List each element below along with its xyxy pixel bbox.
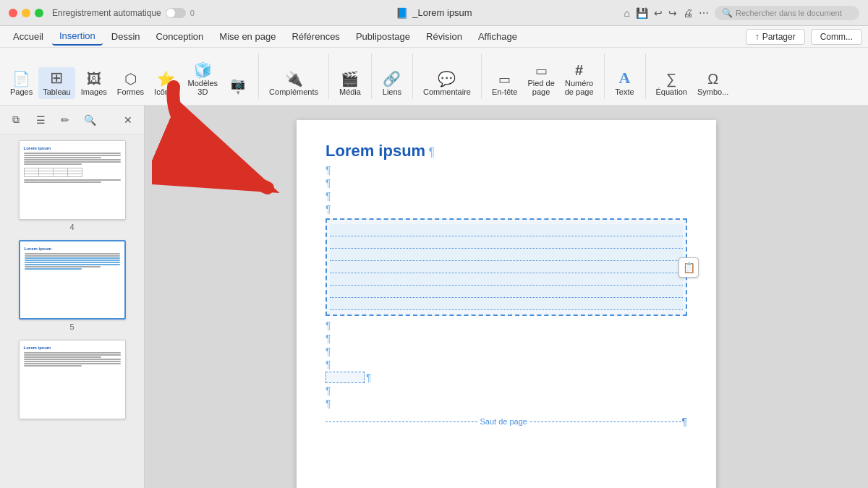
formes-icon: ⬡ (124, 72, 137, 86)
sidebar-copy-btn[interactable]: ⧉ (6, 110, 26, 130)
thumb-line (24, 163, 82, 165)
thumb-line (24, 361, 121, 362)
icones-icon: ⭐ (157, 72, 175, 86)
thumb-title-6: Lorem ipsum (24, 345, 121, 351)
ribbon-group-pages: 📄 Pages ⊞ Tableau 🖼 Images ⬡ Formes ⭐ Ic… (6, 51, 252, 102)
ribbon-sep-5 (481, 53, 482, 99)
ribbon-btn-texte[interactable]: A Texte (610, 67, 639, 99)
table-cell (24, 174, 38, 177)
save-icon[interactable]: 💾 (636, 7, 648, 19)
ribbon-btn-numero-de-page[interactable]: # Numérode page (561, 60, 598, 99)
ribbon-btn-pages[interactable]: 📄 Pages (6, 69, 37, 99)
menubar: Accueil Insertion Dessin Conception Mise… (0, 26, 868, 48)
thumb-line (25, 255, 120, 257)
empty-line-9: ¶ (326, 384, 687, 397)
ribbon-btn-images[interactable]: 🖼 Images (77, 69, 111, 99)
thumb-line (24, 365, 82, 367)
window-title: 📘 _Lorem ipsum (396, 7, 472, 19)
en-tete-icon: ▭ (498, 73, 511, 86)
complements-icon: 🔌 (285, 72, 303, 86)
document-title: _Lorem ipsum (412, 7, 472, 18)
menu-publipostage[interactable]: Publipostage (349, 28, 417, 45)
menu-revision[interactable]: Révision (419, 28, 469, 45)
doc-area[interactable]: Lorem ipsum ¶ ¶ ¶ ¶ ¶ (145, 106, 868, 488)
ribbon-btn-complements[interactable]: 🔌 Compléments (265, 69, 323, 99)
ribbon-btn-formes[interactable]: ⬡ Formes (113, 69, 148, 99)
paste-button[interactable]: 📋 (678, 257, 699, 278)
media-label: Média (339, 87, 361, 96)
page-break-line: Saut de page ¶ (326, 416, 687, 427)
thumb-line (24, 157, 101, 158)
search-bar[interactable]: 🔍 Rechercher dans le document (715, 6, 859, 20)
ribbon-group-liens: 🔗 Liens (378, 51, 407, 102)
ribbon-items-hf: ▭ En-tête ▭ Pied depage # Numérode page (488, 60, 598, 99)
menu-dessin[interactable]: Dessin (104, 28, 148, 45)
table-row (24, 174, 82, 177)
ribbon-btn-capture[interactable]: 📷 ▼ (224, 75, 252, 99)
home-icon[interactable]: ⌂ (624, 7, 630, 19)
thumb-line (24, 179, 121, 181)
menu-conception[interactable]: Conception (149, 28, 211, 45)
titlebar: Enregistrement automatique 0 📘 _Lorem ip… (0, 0, 868, 26)
ribbon-btn-modeles3d[interactable]: 🧊 Modèles3D (184, 60, 223, 99)
ribbon-btn-commentaire[interactable]: 💬 Commentaire (419, 69, 475, 99)
doc-title-line: Lorem ipsum ¶ (326, 142, 687, 160)
print-icon[interactable]: 🖨 (683, 7, 693, 19)
more-icon[interactable]: ⋯ (699, 7, 709, 19)
pages-icon: 📄 (12, 72, 30, 86)
ribbon-btn-media[interactable]: 🎬 Média (335, 69, 365, 99)
ribbon-items-eq: ∑ Équation Ω Symbo... (652, 69, 733, 99)
maximize-window-button[interactable] (35, 9, 43, 17)
ribbon-btn-symbole[interactable]: Ω Symbo... (693, 69, 733, 99)
page-thumb-6[interactable]: Lorem ipsum (19, 340, 126, 419)
undo-icon[interactable]: ↩ (654, 7, 663, 19)
autosave-label: Enregistrement automatique (52, 8, 161, 18)
thumb-line (24, 181, 101, 183)
close-window-button[interactable] (9, 9, 17, 17)
ribbon-group-texte: A Texte (610, 51, 639, 102)
sidebar-pages: Lorem ipsum (0, 134, 144, 488)
menu-affichage[interactable]: Affichage (471, 28, 524, 45)
ribbon-group-header-footer: ▭ En-tête ▭ Pied depage # Numérode page (488, 51, 598, 102)
numero-de-page-icon: # (575, 63, 583, 77)
ribbon-btn-en-tete[interactable]: ▭ En-tête (488, 70, 522, 99)
ribbon-btn-equation[interactable]: ∑ Équation (652, 69, 692, 99)
page-thumb-container-6: Lorem ipsum (6, 340, 138, 419)
thumb-line (24, 356, 101, 358)
selected-line (330, 236, 683, 249)
empty-line-8: ¶ (326, 358, 687, 371)
pied-de-page-icon: ▭ (535, 64, 548, 77)
ribbon-btn-pied-de-page[interactable]: ▭ Pied depage (523, 61, 558, 99)
table-cell (53, 174, 67, 177)
icones-label: Icônes (154, 87, 177, 96)
ribbon-btn-liens[interactable]: 🔗 Liens (378, 69, 407, 99)
thumb-lines-below-table (24, 179, 121, 183)
capture-dropdown: ▼ (235, 90, 241, 96)
ribbon-btn-tableau[interactable]: ⊞ Tableau (38, 67, 75, 99)
window-controls[interactable] (9, 9, 43, 17)
minimize-window-button[interactable] (22, 9, 30, 17)
selected-lines (328, 224, 684, 310)
comment-button[interactable]: Comm... (811, 29, 862, 45)
sidebar-close-btn[interactable]: ✕ (118, 110, 138, 130)
doc-title-pilcrow: ¶ (429, 146, 435, 158)
thumb-title-5: Lorem ipsum (25, 246, 120, 252)
menu-insertion[interactable]: Insertion (52, 27, 103, 46)
menu-mise-en-page[interactable]: Mise en page (212, 28, 283, 45)
ribbon-btn-icones[interactable]: ⭐ Icônes (150, 69, 182, 99)
search-placeholder: Rechercher dans le document (736, 9, 842, 17)
share-button[interactable]: ↑ Partager (746, 29, 805, 45)
autosave-indicator: Enregistrement automatique 0 (52, 8, 195, 18)
autosave-toggle[interactable] (166, 8, 186, 18)
sidebar-edit-btn[interactable]: ✏ (55, 110, 75, 130)
sidebar-list-btn[interactable]: ☰ (30, 110, 51, 130)
thumb-line (24, 352, 121, 354)
sidebar-search-btn[interactable]: 🔍 (80, 110, 100, 130)
menu-references[interactable]: Références (284, 28, 346, 45)
menu-accueil[interactable]: Accueil (6, 28, 51, 45)
page-thumb-5[interactable]: Lorem ipsum (19, 240, 126, 320)
page-thumb-4[interactable]: Lorem ipsum (19, 140, 126, 220)
page-num-4: 4 (69, 223, 74, 231)
texte-label: Texte (615, 87, 634, 96)
redo-icon[interactable]: ↪ (668, 7, 677, 19)
